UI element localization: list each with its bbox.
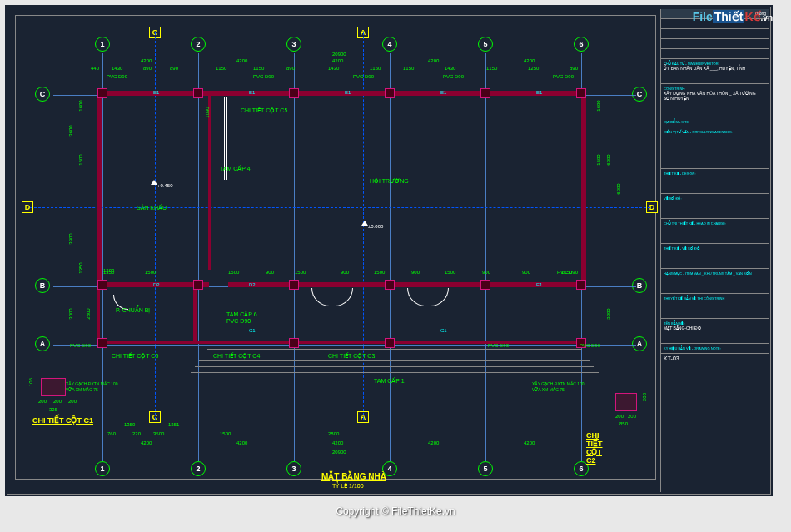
dim-hr1: 1500 bbox=[596, 154, 601, 165]
dim-w2: 4200 bbox=[236, 58, 247, 63]
wm-thiet: Thiết bbox=[713, 10, 745, 23]
column-4A bbox=[385, 338, 395, 348]
dim-h1: 3600 bbox=[68, 125, 73, 136]
label-pvc-7: PVC D90 bbox=[488, 343, 509, 348]
grid-bubble-B-right: B bbox=[632, 278, 647, 293]
column-2B bbox=[193, 280, 203, 290]
wm-file: File bbox=[693, 10, 713, 23]
dim-s4: 1150 bbox=[216, 66, 226, 71]
dim-sh5: 1350 bbox=[78, 262, 83, 273]
wall-west bbox=[97, 91, 102, 287]
dim-sub-b8b: 900 bbox=[341, 270, 349, 275]
label-hall: HỘI TRƯỜNG bbox=[370, 178, 409, 185]
grid-bubble-5-top: 5 bbox=[478, 37, 493, 52]
dim-bw2: 4200 bbox=[236, 440, 247, 445]
label-step6: TAM CẤP 6 bbox=[226, 311, 257, 318]
dim-c1-105: 105 bbox=[28, 378, 33, 386]
tb-sheet: KT-03 bbox=[664, 355, 679, 361]
dim-sub-b5: 1500 bbox=[228, 270, 239, 275]
dim-c2-850b: 200 bbox=[628, 414, 636, 419]
step-4 bbox=[195, 366, 594, 367]
label-d1: D2 bbox=[153, 282, 160, 287]
tb-owner: ỦY BAN NHÂN DÂN XÃ ___, HUYỆN, TỈNH bbox=[664, 66, 745, 71]
dim-sh0: 1600 bbox=[78, 100, 83, 111]
dim-bw4: 4200 bbox=[428, 440, 439, 445]
grid-bubble-3-top: 3 bbox=[286, 37, 301, 52]
dim-sub-b14: 1250 bbox=[561, 270, 572, 275]
column-1B bbox=[97, 280, 107, 290]
door-2 bbox=[407, 288, 425, 306]
tb-item-l: HẠNG MỤC - ITEM VĂN _ KHU TRUNG TÂM _ VĂ… bbox=[664, 271, 752, 276]
watermark-logo: FileThiếtKế.vn bbox=[693, 10, 773, 23]
step-1 bbox=[207, 349, 582, 350]
column-3B bbox=[289, 280, 299, 290]
label-c2-mortar: VỮA XM MÁC 75 bbox=[532, 387, 565, 392]
label-pvc-1: PVC D90 bbox=[107, 74, 127, 79]
wall-stage-divider bbox=[208, 95, 211, 270]
column-3C bbox=[289, 88, 299, 98]
dim-s6: 890 bbox=[286, 66, 295, 71]
grid-bubble-3-bot: 3 bbox=[286, 461, 301, 476]
main-title: MẶT BẰNG NHÀ bbox=[321, 472, 386, 481]
dim-hr0: 1600 bbox=[596, 100, 601, 111]
dim-bs0: 1350 bbox=[124, 422, 135, 427]
gridline-4 bbox=[390, 53, 391, 461]
dim-s9: 1150 bbox=[403, 66, 414, 71]
title-detail-c1: CHI TIẾT CỘT C1 bbox=[32, 416, 93, 425]
tb-chk-l: CHỦ TRÌ THIẾT KẾ - HEAD IN CHARGE: bbox=[664, 221, 726, 226]
wall-east bbox=[581, 91, 586, 287]
tb-sheet-l: KÝ HIỆU BẢN VẼ - DRAWING NOTE: bbox=[664, 346, 721, 351]
detail-c2-box bbox=[615, 393, 637, 411]
label-e1-1: E1 bbox=[153, 90, 159, 95]
step-2 bbox=[203, 355, 586, 355]
dim-bw5: 4200 bbox=[524, 440, 535, 445]
label-stage: SÂN KHẤU bbox=[137, 205, 167, 211]
column-6C bbox=[576, 88, 586, 98]
elev-hall: ±0.000 bbox=[368, 224, 383, 229]
wm-ke: Kế bbox=[744, 10, 760, 23]
dim-bs1: 1351 bbox=[168, 422, 179, 427]
column-5C bbox=[480, 88, 490, 98]
dim-c1-200c: 200 bbox=[68, 399, 77, 404]
step-3 bbox=[199, 360, 590, 361]
dim-sub-b10: 900 bbox=[411, 270, 420, 275]
grid-bubble-6-top: 6 bbox=[574, 37, 589, 52]
dim-s5: 1150 bbox=[253, 66, 264, 71]
dim-c2-850a: 200 bbox=[615, 414, 624, 419]
dim-s7: 1430 bbox=[328, 66, 339, 71]
door-1 bbox=[311, 288, 330, 306]
grid-bubble-5-bot: 5 bbox=[478, 461, 493, 476]
label-c2-brick: XÂY GẠCH ĐXTN MÁC 100 bbox=[532, 381, 585, 386]
wall-prep-e bbox=[193, 286, 197, 343]
elev-stage: +0.450 bbox=[157, 183, 173, 188]
tb-dwg: MẶT BẰNG-CHI ĐỒ bbox=[664, 326, 701, 331]
gridline-5 bbox=[485, 53, 486, 461]
dim-total-width-b: 20900 bbox=[332, 450, 346, 455]
tb-loc-l: ĐỊA ĐIỂM - SITE: bbox=[664, 120, 689, 124]
grid-bubble-A-left: A bbox=[35, 336, 50, 351]
column-6B bbox=[576, 280, 586, 290]
dim-s0: 440 bbox=[91, 66, 99, 71]
title-block: Thông CHỦ ĐẦU TƯ - OWNER/INVESTOR:ỦY BAN… bbox=[660, 9, 769, 492]
label-detail-c5b: CHI TIẾT CỘT C5 bbox=[112, 353, 158, 360]
label-e1-5: E1 bbox=[536, 90, 542, 95]
column-2C bbox=[193, 88, 203, 98]
dim-sub-b2: 1500 bbox=[145, 270, 156, 275]
title-detail-c2: CHI TIẾT CỘT C2 bbox=[586, 431, 603, 465]
label-pvc-2: PVC D90 bbox=[253, 74, 274, 79]
label-pvc-6: PVC D90 bbox=[70, 343, 91, 348]
wall-south-2 bbox=[228, 282, 586, 287]
column-4C bbox=[385, 88, 395, 98]
main-scale: TỶ LỆ 1/100 bbox=[332, 483, 364, 490]
label-detail-c5: CHI TIẾT CỘT C5 bbox=[241, 107, 287, 114]
grid-bubble-C-left: C bbox=[35, 87, 50, 102]
dim-sub-b6: 900 bbox=[266, 270, 274, 275]
dim-sub-b7: 1500 bbox=[295, 270, 306, 275]
dim-bs3: 760 bbox=[107, 431, 116, 436]
tb-dir-l: THIẾT KẾ - VẼ SƠ ĐỒ: bbox=[664, 246, 700, 251]
wall-prep-w bbox=[97, 286, 100, 343]
dim-w3: 4200 bbox=[332, 58, 343, 63]
door-2b bbox=[430, 288, 449, 306]
dim-s1: 1430 bbox=[112, 66, 122, 71]
label-step4: TAM CẤP 4 bbox=[220, 166, 251, 172]
